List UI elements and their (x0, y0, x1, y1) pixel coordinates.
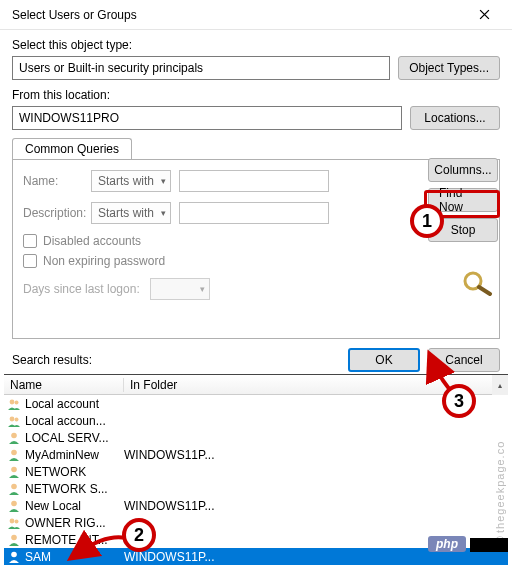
annotation-2: 2 (122, 518, 156, 552)
non-expiring-label: Non expiring password (43, 254, 165, 268)
annotation-1: 1 (410, 204, 444, 238)
svg-point-9 (11, 483, 17, 489)
result-name: NETWORK (25, 465, 124, 479)
name-input[interactable] (179, 170, 329, 192)
group-icon (6, 515, 22, 531)
disabled-accounts-label: Disabled accounts (43, 234, 141, 248)
user-icon (6, 532, 22, 548)
object-types-button[interactable]: Object Types... (398, 56, 500, 80)
days-since-logon-label: Days since last logon: (23, 282, 140, 296)
search-results-label: Search results: (12, 353, 92, 367)
description-mode-combo[interactable]: Starts with ▾ (91, 202, 171, 224)
columns-button[interactable]: Columns... (428, 158, 498, 182)
user-icon (6, 498, 22, 514)
redaction-bar (470, 538, 508, 552)
svg-point-10 (11, 500, 17, 506)
description-input[interactable] (179, 202, 329, 224)
locations-button[interactable]: Locations... (410, 106, 500, 130)
svg-point-11 (10, 518, 15, 523)
days-since-logon-combo[interactable]: ▾ (150, 278, 210, 300)
svg-point-12 (15, 519, 19, 523)
svg-point-1 (468, 277, 474, 281)
name-label: Name: (23, 174, 83, 188)
result-row[interactable]: NETWORK (4, 463, 508, 480)
user-icon (6, 481, 22, 497)
chevron-down-icon: ▾ (161, 176, 166, 186)
window-title: Select Users or Groups (12, 8, 137, 22)
object-type-field[interactable]: Users or Built-in security principals (12, 56, 390, 80)
svg-point-14 (11, 551, 17, 557)
svg-point-8 (11, 466, 17, 472)
non-expiring-checkbox[interactable] (23, 254, 37, 268)
result-name: Local account (25, 397, 124, 411)
common-queries-panel: Name: Starts with ▾ Description: Starts … (12, 159, 500, 339)
group-icon (6, 413, 22, 429)
result-row[interactable]: LOCAL SERV... (4, 429, 508, 446)
object-type-label: Select this object type: (12, 38, 500, 52)
name-mode-combo[interactable]: Starts with ▾ (91, 170, 171, 192)
svg-point-5 (15, 417, 19, 421)
result-folder: WINDOWS11P... (124, 448, 508, 462)
svg-point-2 (10, 399, 15, 404)
php-badge: php (428, 536, 466, 552)
location-label: From this location: (12, 88, 500, 102)
user-icon (6, 464, 22, 480)
location-field[interactable]: WINDOWS11PRO (12, 106, 402, 130)
svg-point-3 (15, 400, 19, 404)
disabled-accounts-checkbox[interactable] (23, 234, 37, 248)
user-icon (6, 430, 22, 446)
user-icon (6, 447, 22, 463)
close-icon (479, 9, 490, 20)
chevron-up-icon: ▴ (498, 381, 502, 390)
svg-point-6 (11, 432, 17, 438)
result-row[interactable]: OWNER RIG... (4, 514, 508, 531)
result-row[interactable]: Local accoun... (4, 412, 508, 429)
svg-point-4 (10, 416, 15, 421)
ok-button[interactable]: OK (348, 348, 420, 372)
chevron-down-icon: ▾ (200, 284, 205, 294)
result-name: NETWORK S... (25, 482, 124, 496)
group-icon (6, 396, 22, 412)
scroll-up-button[interactable]: ▴ (492, 375, 508, 395)
result-name: LOCAL SERV... (25, 431, 124, 445)
annotation-3: 3 (442, 384, 476, 418)
result-row[interactable]: MyAdminNewWINDOWS11P... (4, 446, 508, 463)
column-header-name[interactable]: Name (4, 378, 124, 392)
result-row[interactable]: New LocalWINDOWS11P... (4, 497, 508, 514)
result-name: Local accoun... (25, 414, 124, 428)
result-name: OWNER RIG... (25, 516, 124, 530)
user-icon (6, 549, 22, 565)
result-folder: WINDOWS11P... (124, 499, 508, 513)
result-row[interactable]: NETWORK S... (4, 480, 508, 497)
svg-point-7 (11, 449, 17, 455)
description-label: Description: (23, 206, 83, 220)
chevron-down-icon: ▾ (161, 208, 166, 218)
close-button[interactable] (464, 1, 504, 29)
magnifier-icon (460, 270, 494, 296)
result-name: MyAdminNew (25, 448, 124, 462)
result-name: New Local (25, 499, 124, 513)
tab-common-queries[interactable]: Common Queries (12, 138, 132, 159)
svg-point-13 (11, 534, 17, 540)
